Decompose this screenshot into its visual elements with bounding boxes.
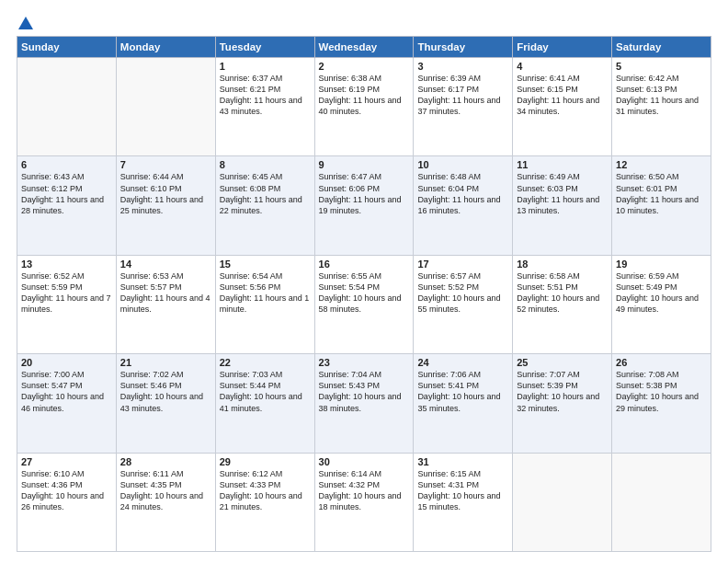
day-info: Sunrise: 6:44 AM Sunset: 6:10 PM Dayligh… bbox=[120, 171, 211, 216]
day-cell: 24Sunrise: 7:06 AM Sunset: 5:41 PM Dayli… bbox=[414, 354, 513, 453]
day-number: 16 bbox=[319, 259, 410, 270]
calendar: Sunday Monday Tuesday Wednesday Thursday… bbox=[17, 36, 711, 552]
day-cell: 9Sunrise: 6:47 AM Sunset: 6:06 PM Daylig… bbox=[314, 156, 414, 255]
day-number: 27 bbox=[21, 456, 112, 467]
logo-text bbox=[17, 17, 33, 27]
day-cell: 16Sunrise: 6:55 AM Sunset: 5:54 PM Dayli… bbox=[314, 255, 414, 353]
day-number: 13 bbox=[21, 259, 112, 270]
week-row-3: 13Sunrise: 6:52 AM Sunset: 5:59 PM Dayli… bbox=[17, 255, 711, 353]
day-number: 14 bbox=[120, 259, 211, 270]
day-info: Sunrise: 6:49 AM Sunset: 6:03 PM Dayligh… bbox=[517, 171, 608, 216]
day-info: Sunrise: 7:00 AM Sunset: 5:47 PM Dayligh… bbox=[21, 369, 112, 414]
day-number: 20 bbox=[21, 357, 112, 368]
day-info: Sunrise: 6:42 AM Sunset: 6:13 PM Dayligh… bbox=[616, 73, 707, 118]
day-info: Sunrise: 7:07 AM Sunset: 5:39 PM Dayligh… bbox=[517, 369, 608, 414]
day-number: 21 bbox=[120, 357, 211, 368]
day-number: 11 bbox=[517, 159, 608, 170]
day-info: Sunrise: 6:38 AM Sunset: 6:19 PM Dayligh… bbox=[319, 73, 410, 118]
day-info: Sunrise: 6:52 AM Sunset: 5:59 PM Dayligh… bbox=[21, 270, 112, 316]
day-number: 2 bbox=[319, 61, 410, 72]
header-sunday: Sunday bbox=[17, 37, 117, 58]
day-number: 10 bbox=[417, 159, 508, 170]
day-number: 23 bbox=[319, 357, 410, 368]
day-cell: 14Sunrise: 6:53 AM Sunset: 5:57 PM Dayli… bbox=[116, 255, 215, 353]
day-cell: 19Sunrise: 6:59 AM Sunset: 5:49 PM Dayli… bbox=[612, 255, 711, 353]
day-cell: 30Sunrise: 6:14 AM Sunset: 4:32 PM Dayli… bbox=[314, 453, 414, 551]
day-cell: 17Sunrise: 6:57 AM Sunset: 5:52 PM Dayli… bbox=[414, 255, 513, 353]
day-info: Sunrise: 7:03 AM Sunset: 5:44 PM Dayligh… bbox=[220, 369, 311, 414]
day-info: Sunrise: 6:14 AM Sunset: 4:32 PM Dayligh… bbox=[319, 468, 410, 513]
day-number: 4 bbox=[517, 61, 608, 72]
day-info: Sunrise: 7:04 AM Sunset: 5:43 PM Dayligh… bbox=[319, 369, 410, 414]
day-cell: 28Sunrise: 6:11 AM Sunset: 4:35 PM Dayli… bbox=[116, 453, 215, 551]
header-friday: Friday bbox=[513, 37, 612, 58]
week-row-5: 27Sunrise: 6:10 AM Sunset: 4:36 PM Dayli… bbox=[17, 453, 711, 551]
day-number: 25 bbox=[517, 357, 608, 368]
day-cell bbox=[116, 58, 215, 156]
day-cell: 21Sunrise: 7:02 AM Sunset: 5:46 PM Dayli… bbox=[116, 354, 215, 453]
logo-triangle-icon bbox=[18, 17, 33, 29]
day-number: 9 bbox=[319, 159, 410, 170]
day-cell: 29Sunrise: 6:12 AM Sunset: 4:33 PM Dayli… bbox=[215, 453, 314, 551]
day-number: 17 bbox=[417, 259, 508, 270]
day-number: 8 bbox=[220, 159, 311, 170]
day-cell: 4Sunrise: 6:41 AM Sunset: 6:15 PM Daylig… bbox=[513, 58, 612, 156]
header bbox=[17, 17, 711, 27]
day-cell: 8Sunrise: 6:45 AM Sunset: 6:08 PM Daylig… bbox=[215, 156, 314, 255]
day-number: 28 bbox=[120, 456, 211, 467]
day-number: 5 bbox=[616, 61, 707, 72]
day-cell: 27Sunrise: 6:10 AM Sunset: 4:36 PM Dayli… bbox=[17, 453, 117, 551]
day-info: Sunrise: 6:50 AM Sunset: 6:01 PM Dayligh… bbox=[616, 171, 707, 216]
day-info: Sunrise: 7:08 AM Sunset: 5:38 PM Dayligh… bbox=[616, 369, 707, 414]
day-number: 12 bbox=[616, 159, 707, 170]
day-info: Sunrise: 6:45 AM Sunset: 6:08 PM Dayligh… bbox=[220, 171, 311, 216]
day-info: Sunrise: 6:55 AM Sunset: 5:54 PM Dayligh… bbox=[319, 270, 410, 316]
day-info: Sunrise: 6:59 AM Sunset: 5:49 PM Dayligh… bbox=[616, 270, 707, 316]
day-cell: 23Sunrise: 7:04 AM Sunset: 5:43 PM Dayli… bbox=[314, 354, 414, 453]
day-cell: 11Sunrise: 6:49 AM Sunset: 6:03 PM Dayli… bbox=[513, 156, 612, 255]
day-cell: 13Sunrise: 6:52 AM Sunset: 5:59 PM Dayli… bbox=[17, 255, 117, 353]
day-cell: 1Sunrise: 6:37 AM Sunset: 6:21 PM Daylig… bbox=[215, 58, 314, 156]
day-cell bbox=[17, 58, 117, 156]
day-cell: 6Sunrise: 6:43 AM Sunset: 6:12 PM Daylig… bbox=[17, 156, 117, 255]
day-cell: 10Sunrise: 6:48 AM Sunset: 6:04 PM Dayli… bbox=[414, 156, 513, 255]
day-info: Sunrise: 6:41 AM Sunset: 6:15 PM Dayligh… bbox=[517, 73, 608, 118]
day-number: 7 bbox=[120, 159, 211, 170]
header-monday: Monday bbox=[116, 37, 215, 58]
day-number: 22 bbox=[220, 357, 311, 368]
day-number: 19 bbox=[616, 259, 707, 270]
header-wednesday: Wednesday bbox=[314, 37, 414, 58]
day-number: 3 bbox=[417, 61, 508, 72]
header-tuesday: Tuesday bbox=[215, 37, 314, 58]
day-number: 26 bbox=[616, 357, 707, 368]
calendar-body: 1Sunrise: 6:37 AM Sunset: 6:21 PM Daylig… bbox=[17, 58, 711, 552]
day-info: Sunrise: 6:12 AM Sunset: 4:33 PM Dayligh… bbox=[220, 468, 311, 513]
week-row-1: 1Sunrise: 6:37 AM Sunset: 6:21 PM Daylig… bbox=[17, 58, 711, 156]
day-cell: 31Sunrise: 6:15 AM Sunset: 4:31 PM Dayli… bbox=[414, 453, 513, 551]
week-row-2: 6Sunrise: 6:43 AM Sunset: 6:12 PM Daylig… bbox=[17, 156, 711, 255]
day-info: Sunrise: 6:43 AM Sunset: 6:12 PM Dayligh… bbox=[21, 171, 112, 216]
day-number: 29 bbox=[220, 456, 311, 467]
day-info: Sunrise: 6:10 AM Sunset: 4:36 PM Dayligh… bbox=[21, 468, 112, 513]
day-info: Sunrise: 6:54 AM Sunset: 5:56 PM Dayligh… bbox=[220, 270, 311, 316]
header-thursday: Thursday bbox=[414, 37, 513, 58]
day-info: Sunrise: 7:02 AM Sunset: 5:46 PM Dayligh… bbox=[120, 369, 211, 414]
day-info: Sunrise: 6:11 AM Sunset: 4:35 PM Dayligh… bbox=[120, 468, 211, 513]
day-info: Sunrise: 6:39 AM Sunset: 6:17 PM Dayligh… bbox=[417, 73, 508, 118]
day-cell: 15Sunrise: 6:54 AM Sunset: 5:56 PM Dayli… bbox=[215, 255, 314, 353]
day-number: 18 bbox=[517, 259, 608, 270]
day-number: 6 bbox=[21, 159, 112, 170]
day-info: Sunrise: 7:06 AM Sunset: 5:41 PM Dayligh… bbox=[417, 369, 508, 414]
day-number: 31 bbox=[417, 456, 508, 467]
day-cell bbox=[612, 453, 711, 551]
day-info: Sunrise: 6:53 AM Sunset: 5:57 PM Dayligh… bbox=[120, 270, 211, 316]
day-cell: 3Sunrise: 6:39 AM Sunset: 6:17 PM Daylig… bbox=[414, 58, 513, 156]
logo bbox=[17, 17, 33, 27]
header-row: Sunday Monday Tuesday Wednesday Thursday… bbox=[17, 37, 711, 58]
week-row-4: 20Sunrise: 7:00 AM Sunset: 5:47 PM Dayli… bbox=[17, 354, 711, 453]
day-info: Sunrise: 6:47 AM Sunset: 6:06 PM Dayligh… bbox=[319, 171, 410, 216]
day-cell: 20Sunrise: 7:00 AM Sunset: 5:47 PM Dayli… bbox=[17, 354, 117, 453]
day-cell: 12Sunrise: 6:50 AM Sunset: 6:01 PM Dayli… bbox=[612, 156, 711, 255]
day-number: 1 bbox=[220, 61, 311, 72]
day-info: Sunrise: 6:57 AM Sunset: 5:52 PM Dayligh… bbox=[417, 270, 508, 316]
